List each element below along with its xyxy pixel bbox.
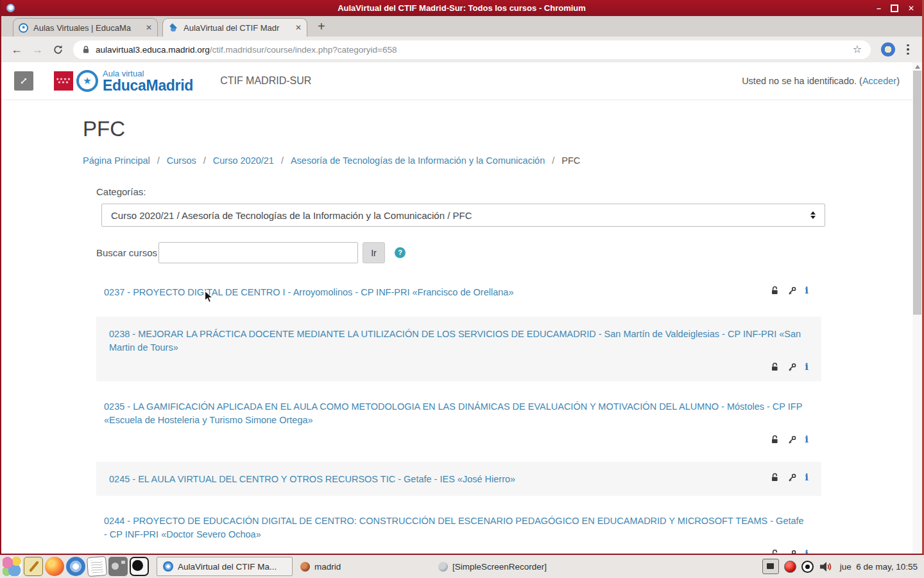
- browser-menu-icon[interactable]: [902, 44, 914, 55]
- network-tray-icon[interactable]: [762, 559, 779, 574]
- login-status: Usted no se ha identificado. (Acceder): [742, 76, 900, 86]
- tab-strip: ★ Aulas Virtuales | EducaMa ✕ AulaVirtua…: [1, 16, 922, 37]
- recording-indicator-icon[interactable]: [784, 561, 796, 573]
- notes-app-launcher-icon[interactable]: [24, 557, 43, 576]
- address-bar[interactable]: aulavirtual3.educa.madrid.org/ctif.madri…: [73, 40, 871, 59]
- recorder-lens-launcher-icon[interactable]: [130, 557, 149, 576]
- course-enrol-icons: i: [770, 549, 809, 554]
- site-name: CTIF MADRID-SUR: [220, 75, 311, 87]
- course-info-icon[interactable]: i: [805, 473, 809, 482]
- window-titlebar[interactable]: AulaVirtual del CTIF Madrid-Sur: Todos l…: [1, 0, 922, 16]
- educamadrid-logo-icon: ★: [76, 70, 98, 92]
- breadcrumb-separator: /: [203, 155, 206, 166]
- bookmark-star-icon[interactable]: ☆: [853, 44, 862, 55]
- course-row: 0238 - MEJORAR LA PRÁCTICA DOCENTE MEDIA…: [96, 317, 821, 381]
- course-info-icon[interactable]: i: [805, 549, 809, 554]
- enrolment-key-icon: [787, 549, 797, 554]
- guest-access-lock-icon: [770, 435, 780, 444]
- select-arrows-icon: [810, 211, 816, 219]
- https-lock-icon[interactable]: [82, 46, 90, 54]
- course-link[interactable]: 0244 - PROYECTO DE EDUCACIÓN DIGITAL DE …: [104, 514, 809, 541]
- scroll-up-arrow-icon[interactable]: [915, 65, 920, 69]
- tab-aulas-virtuales[interactable]: ★ Aulas Virtuales | EducaMa ✕: [13, 18, 158, 37]
- url-path: /ctif.madridsur/course/index.php?categor…: [210, 45, 397, 55]
- maximize-button[interactable]: [891, 4, 898, 12]
- enrolment-key-icon: [787, 362, 797, 372]
- madrid-window-icon: [300, 562, 310, 572]
- course-enrol-icons: i: [770, 435, 809, 444]
- back-icon[interactable]: ←: [8, 44, 26, 55]
- taskbar-clock: jue 6 de may, 10:55: [840, 562, 918, 572]
- help-icon[interactable]: ?: [395, 247, 406, 258]
- course-link[interactable]: 0237 - PROYECTO DIGITAL DE CENTRO I - Ar…: [104, 286, 513, 299]
- breadcrumb-link[interactable]: Asesoría de Tecnologías de la Informació…: [291, 155, 545, 166]
- search-courses-input[interactable]: [158, 242, 358, 263]
- browser-toolbar: ← → aulavirtual3.educa.madrid.org/ctif.m…: [1, 37, 922, 62]
- enrolment-key-icon: [787, 286, 797, 295]
- tab-close-icon[interactable]: ✕: [295, 23, 302, 32]
- categories-label: Categorías:: [96, 186, 922, 197]
- login-link[interactable]: Acceder: [862, 76, 896, 86]
- desktop-screen: AulaVirtual del CTIF Madrid-Sur: Todos l…: [0, 0, 924, 578]
- screenrecorder-window-icon: [438, 562, 448, 572]
- mouse-cursor: [204, 290, 214, 304]
- enrolment-key-icon: [787, 435, 797, 444]
- educamadrid-brand[interactable]: Aula virtual EducaMadrid: [103, 69, 193, 93]
- volume-icon[interactable]: [819, 561, 832, 573]
- tab-close-icon[interactable]: ✕: [146, 23, 152, 32]
- course-list: 0237 - PROYECTO DIGITAL DE CENTRO I - Ar…: [96, 275, 821, 554]
- guest-access-lock-icon: [770, 286, 780, 295]
- search-courses-label: Buscar cursos: [96, 247, 158, 258]
- forward-icon[interactable]: →: [28, 44, 46, 55]
- tab-aulavirtual-ctif[interactable]: AulaVirtual del CTIF Madr ✕: [162, 18, 307, 37]
- chromium-window-icon: [163, 561, 173, 572]
- page-content: ★★★★★★★ ★ Aula virtual EducaMadrid CTIF …: [1, 62, 922, 554]
- course-info-icon[interactable]: i: [805, 286, 809, 295]
- taskbar-window-screenrecorder[interactable]: [SimpleScreenRecorder]: [432, 557, 569, 576]
- system-tray: jue 6 de may, 10:55: [762, 559, 921, 574]
- site-header: ★★★★★★★ ★ Aula virtual EducaMadrid CTIF …: [1, 62, 922, 100]
- moodle-favicon: [168, 23, 178, 33]
- reload-icon[interactable]: [49, 44, 67, 55]
- course-link[interactable]: 0245 - EL AULA VIRTUAL DEL CENTRO Y OTRO…: [109, 473, 515, 486]
- course-row: 0245 - EL AULA VIRTUAL DEL CENTRO Y OTRO…: [96, 462, 821, 496]
- breadcrumb-separator: /: [552, 155, 554, 166]
- close-button[interactable]: ✕: [908, 4, 914, 12]
- extension-icon[interactable]: [881, 42, 895, 57]
- taskbar-window-madrid[interactable]: madrid: [295, 557, 431, 576]
- madrid-flag-logo: ★★★★★★★: [54, 71, 73, 91]
- chromium-launcher-icon[interactable]: [66, 557, 85, 576]
- breadcrumb-current: PFC: [561, 155, 580, 166]
- taskbar: AulaVirtual del CTIF Ma... madrid [Simpl…: [0, 555, 924, 578]
- course-info-icon[interactable]: i: [805, 435, 809, 444]
- course-row: 0244 - PROYECTO DE EDUCACIÓN DIGITAL DE …: [96, 504, 821, 554]
- graphics-app-launcher-icon[interactable]: [3, 557, 22, 576]
- new-tab-button[interactable]: +: [318, 20, 325, 33]
- vertical-scrollbar[interactable]: [912, 62, 922, 554]
- window-app-icon: [6, 4, 15, 12]
- firefox-launcher-icon[interactable]: [45, 557, 64, 576]
- course-info-icon[interactable]: i: [805, 362, 809, 372]
- documents-launcher-icon[interactable]: [87, 556, 107, 577]
- breadcrumb-link[interactable]: Página Principal: [83, 155, 150, 166]
- search-go-button[interactable]: Ir: [363, 242, 385, 263]
- course-enrol-icons: i: [770, 473, 809, 482]
- categories-select[interactable]: Curso 2020/21 / Asesoría de Tecnologías …: [101, 204, 825, 227]
- course-enrol-icons: i: [770, 362, 809, 372]
- scrollbar-thumb[interactable]: [913, 71, 921, 315]
- minimize-button[interactable]: –: [877, 4, 881, 12]
- enrolment-key-icon: [787, 473, 797, 482]
- window-title: AulaVirtual del CTIF Madrid-Sur: Todos l…: [1, 3, 922, 13]
- guest-access-lock-icon: [770, 549, 780, 554]
- url-host: aulavirtual3.educa.madrid.org: [96, 45, 210, 55]
- course-link[interactable]: 0238 - MEJORAR LA PRÁCTICA DOCENTE MEDIA…: [109, 328, 809, 355]
- course-link[interactable]: 0235 - LA GAMIFICACIÓN APLICADA EN EL AU…: [104, 400, 809, 427]
- screenshot-tool-launcher-icon[interactable]: [108, 557, 128, 576]
- taskbar-window-aulavirtual[interactable]: AulaVirtual del CTIF Ma...: [157, 557, 293, 576]
- breadcrumb-link[interactable]: Cursos: [167, 155, 196, 166]
- eye-tray-icon[interactable]: [801, 561, 814, 573]
- guest-access-lock-icon: [770, 362, 780, 372]
- fullscreen-toggle-icon[interactable]: [14, 71, 33, 91]
- course-row: 0235 - LA GAMIFICACIÓN APLICADA EN EL AU…: [96, 389, 821, 454]
- breadcrumb-link[interactable]: Curso 2020/21: [213, 155, 274, 166]
